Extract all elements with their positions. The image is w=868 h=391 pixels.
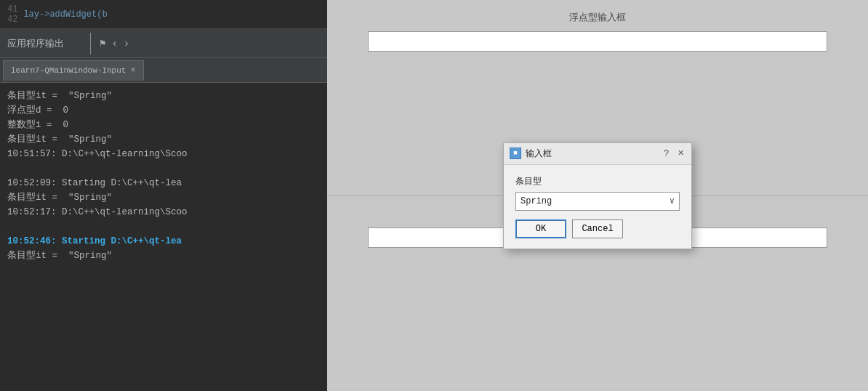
- ok-button[interactable]: OK: [515, 219, 566, 238]
- code-editor-top: 4142 lay->addWidget(b: [0, 0, 327, 29]
- chevron-down-icon: ∨: [670, 196, 675, 206]
- left-panel: 4142 lay->addWidget(b 应用程序输出 ⚑ ‹ › learn…: [0, 0, 327, 391]
- tab-close-button[interactable]: ×: [130, 65, 135, 76]
- right-panel: 浮点型输入框 条目型输入框 ■ 输入框 ? × 条目型 Spring ∨: [327, 0, 868, 391]
- prev-icon[interactable]: ‹: [111, 38, 117, 49]
- output-line: [7, 161, 320, 176]
- divider: [90, 33, 91, 55]
- dialog-close-button[interactable]: ×: [677, 148, 686, 159]
- output-line: 整数型i = 0: [7, 118, 320, 132]
- filter-icon[interactable]: ⚑: [100, 37, 105, 49]
- tab-bar: learn7-QMainWindow-Input ×: [0, 58, 327, 83]
- output-line: 10:52:09: Starting D:\C++\qt-lea: [7, 176, 320, 190]
- dialog-title: 输入框: [526, 148, 656, 160]
- app-output-toolbar: 应用程序输出 ⚑ ‹ ›: [0, 29, 327, 58]
- output-line: 10:51:57: D:\C++\qt-learning\Scoo: [7, 147, 320, 161]
- output-tab[interactable]: learn7-QMainWindow-Input ×: [3, 60, 144, 81]
- code-text: lay->addWidget(b: [23, 9, 107, 20]
- dialog-combobox[interactable]: Spring ∨: [515, 192, 680, 211]
- tab-label: learn7-QMainWindow-Input: [11, 66, 126, 75]
- dialog-body: 条目型 Spring ∨ OK Cancel: [504, 165, 691, 249]
- dialog-combobox-value: Spring: [521, 196, 670, 206]
- cancel-button[interactable]: Cancel: [572, 219, 623, 238]
- dialog-combobox-label: 条目型: [515, 175, 680, 188]
- dialog-overlay: ■ 输入框 ? × 条目型 Spring ∨ OK Cancel: [327, 0, 868, 391]
- toolbar-title: 应用程序输出: [7, 37, 64, 50]
- dialog-app-icon: ■: [510, 148, 521, 159]
- output-line: [7, 219, 320, 234]
- output-area: 条目型it = "Spring" 浮点型d = 0 整数型i = 0 条目型it…: [0, 83, 327, 391]
- output-line: 10:52:17: D:\C++\qt-learning\Scoo: [7, 205, 320, 219]
- line-numbers: 4142: [7, 4, 23, 25]
- dialog-buttons: OK Cancel: [515, 219, 680, 241]
- dialog-help-button[interactable]: ?: [661, 148, 672, 159]
- output-line: 条目型it = "Spring": [7, 190, 320, 205]
- output-line-highlighted: 10:52:46: Starting D:\C++\qt-lea: [7, 234, 320, 249]
- dialog-titlebar: ■ 输入框 ? ×: [504, 143, 691, 165]
- toolbar-icons: ⚑ ‹ ›: [87, 33, 129, 55]
- input-dialog: ■ 输入框 ? × 条目型 Spring ∨ OK Cancel: [503, 142, 692, 249]
- output-line: 条目型it = "Spring": [7, 132, 320, 147]
- next-icon[interactable]: ›: [124, 38, 129, 49]
- output-line: 条目型it = "Spring": [7, 249, 320, 263]
- output-line: 条目型it = "Spring": [7, 89, 320, 103]
- output-line: 浮点型d = 0: [7, 103, 320, 118]
